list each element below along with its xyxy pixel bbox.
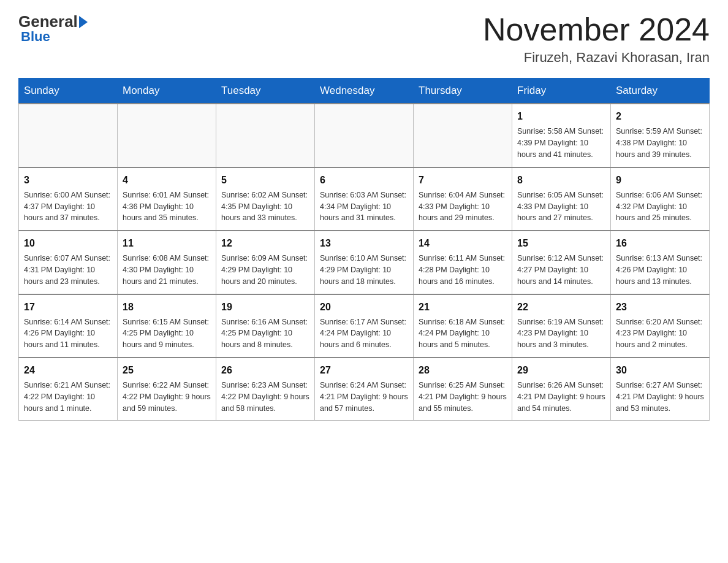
week-row: 24Sunrise: 6:21 AM Sunset: 4:22 PM Dayli… [19, 358, 710, 421]
day-number: 6 [320, 173, 408, 187]
calendar-cell: 16Sunrise: 6:13 AM Sunset: 4:26 PM Dayli… [611, 231, 710, 294]
calendar-subtitle: Firuzeh, Razavi Khorasan, Iran [483, 50, 710, 66]
day-number: 2 [616, 109, 704, 123]
calendar-cell: 9Sunrise: 6:06 AM Sunset: 4:32 PM Daylig… [611, 167, 710, 231]
page-header: General Blue November 2024 Firuzeh, Raza… [18, 12, 710, 66]
day-of-week-header: Monday [118, 79, 216, 104]
calendar-cell: 15Sunrise: 6:12 AM Sunset: 4:27 PM Dayli… [512, 231, 611, 294]
day-of-week-header: Saturday [611, 79, 710, 104]
day-of-week-header: Wednesday [315, 79, 414, 104]
day-info: Sunrise: 6:02 AM Sunset: 4:35 PM Dayligh… [221, 190, 309, 224]
day-of-week-header: Tuesday [216, 79, 315, 104]
day-number: 11 [123, 236, 211, 250]
day-info: Sunrise: 6:05 AM Sunset: 4:33 PM Dayligh… [517, 190, 605, 224]
day-info: Sunrise: 6:16 AM Sunset: 4:25 PM Dayligh… [221, 316, 309, 351]
day-number: 16 [616, 236, 704, 250]
day-info: Sunrise: 6:08 AM Sunset: 4:30 PM Dayligh… [123, 253, 211, 287]
day-info: Sunrise: 6:22 AM Sunset: 4:22 PM Dayligh… [123, 380, 211, 414]
calendar-cell: 2Sunrise: 5:59 AM Sunset: 4:38 PM Daylig… [611, 104, 710, 167]
calendar-cell: 5Sunrise: 6:02 AM Sunset: 4:35 PM Daylig… [216, 167, 315, 231]
calendar-cell: 24Sunrise: 6:21 AM Sunset: 4:22 PM Dayli… [19, 358, 118, 421]
day-number: 15 [517, 236, 605, 250]
day-info: Sunrise: 6:21 AM Sunset: 4:22 PM Dayligh… [24, 380, 112, 414]
day-info: Sunrise: 6:12 AM Sunset: 4:27 PM Dayligh… [517, 253, 605, 287]
logo-blue: Blue [21, 29, 50, 45]
calendar-cell: 11Sunrise: 6:08 AM Sunset: 4:30 PM Dayli… [118, 231, 216, 294]
day-number: 24 [24, 363, 112, 377]
day-info: Sunrise: 6:19 AM Sunset: 4:23 PM Dayligh… [517, 316, 605, 351]
calendar-cell [216, 104, 315, 167]
calendar-cell: 27Sunrise: 6:24 AM Sunset: 4:21 PM Dayli… [315, 358, 414, 421]
calendar-cell [315, 104, 414, 167]
calendar-cell: 26Sunrise: 6:23 AM Sunset: 4:22 PM Dayli… [216, 358, 315, 421]
calendar-cell: 17Sunrise: 6:14 AM Sunset: 4:26 PM Dayli… [19, 294, 118, 358]
calendar-cell: 3Sunrise: 6:00 AM Sunset: 4:37 PM Daylig… [19, 167, 118, 231]
day-number: 7 [419, 173, 507, 187]
calendar-cell: 18Sunrise: 6:15 AM Sunset: 4:25 PM Dayli… [118, 294, 216, 358]
day-number: 13 [320, 236, 408, 250]
calendar-cell: 4Sunrise: 6:01 AM Sunset: 4:36 PM Daylig… [118, 167, 216, 231]
calendar-header-row: SundayMondayTuesdayWednesdayThursdayFrid… [19, 79, 710, 104]
day-info: Sunrise: 6:20 AM Sunset: 4:23 PM Dayligh… [616, 316, 704, 351]
calendar-cell: 29Sunrise: 6:26 AM Sunset: 4:21 PM Dayli… [512, 358, 611, 421]
day-number: 25 [123, 363, 211, 377]
day-number: 18 [123, 300, 211, 314]
day-info: Sunrise: 5:59 AM Sunset: 4:38 PM Dayligh… [616, 126, 704, 160]
day-info: Sunrise: 6:18 AM Sunset: 4:24 PM Dayligh… [419, 316, 507, 351]
day-number: 4 [123, 173, 211, 187]
day-number: 8 [517, 173, 605, 187]
day-info: Sunrise: 6:03 AM Sunset: 4:34 PM Dayligh… [320, 190, 408, 224]
calendar-cell: 23Sunrise: 6:20 AM Sunset: 4:23 PM Dayli… [611, 294, 710, 358]
day-number: 26 [221, 363, 309, 377]
logo-triangle-icon [79, 16, 88, 28]
calendar-title: November 2024 [483, 12, 710, 47]
day-number: 17 [24, 300, 112, 314]
day-info: Sunrise: 6:11 AM Sunset: 4:28 PM Dayligh… [419, 253, 507, 287]
day-info: Sunrise: 6:23 AM Sunset: 4:22 PM Dayligh… [221, 380, 309, 414]
calendar-cell: 8Sunrise: 6:05 AM Sunset: 4:33 PM Daylig… [512, 167, 611, 231]
day-of-week-header: Thursday [414, 79, 512, 104]
calendar-cell: 21Sunrise: 6:18 AM Sunset: 4:24 PM Dayli… [414, 294, 512, 358]
day-info: Sunrise: 6:00 AM Sunset: 4:37 PM Dayligh… [24, 190, 112, 224]
calendar-cell [118, 104, 216, 167]
calendar-cell: 28Sunrise: 6:25 AM Sunset: 4:21 PM Dayli… [414, 358, 512, 421]
day-info: Sunrise: 6:24 AM Sunset: 4:21 PM Dayligh… [320, 380, 408, 414]
day-number: 1 [517, 109, 605, 123]
day-number: 20 [320, 300, 408, 314]
calendar-cell [19, 104, 118, 167]
day-number: 10 [24, 236, 112, 250]
day-number: 14 [419, 236, 507, 250]
day-number: 3 [24, 173, 112, 187]
logo: General Blue [18, 12, 88, 45]
calendar-cell [414, 104, 512, 167]
day-info: Sunrise: 6:27 AM Sunset: 4:21 PM Dayligh… [616, 380, 704, 414]
calendar-cell: 7Sunrise: 6:04 AM Sunset: 4:33 PM Daylig… [414, 167, 512, 231]
calendar-cell: 13Sunrise: 6:10 AM Sunset: 4:29 PM Dayli… [315, 231, 414, 294]
day-info: Sunrise: 6:01 AM Sunset: 4:36 PM Dayligh… [123, 190, 211, 224]
day-info: Sunrise: 6:10 AM Sunset: 4:29 PM Dayligh… [320, 253, 408, 287]
calendar-cell: 20Sunrise: 6:17 AM Sunset: 4:24 PM Dayli… [315, 294, 414, 358]
week-row: 3Sunrise: 6:00 AM Sunset: 4:37 PM Daylig… [19, 167, 710, 231]
day-number: 30 [616, 363, 704, 377]
day-number: 27 [320, 363, 408, 377]
calendar-cell: 14Sunrise: 6:11 AM Sunset: 4:28 PM Dayli… [414, 231, 512, 294]
day-info: Sunrise: 6:26 AM Sunset: 4:21 PM Dayligh… [517, 380, 605, 414]
week-row: 17Sunrise: 6:14 AM Sunset: 4:26 PM Dayli… [19, 294, 710, 358]
calendar-table: SundayMondayTuesdayWednesdayThursdayFrid… [18, 78, 710, 421]
week-row: 1Sunrise: 5:58 AM Sunset: 4:39 PM Daylig… [19, 104, 710, 167]
day-info: Sunrise: 6:06 AM Sunset: 4:32 PM Dayligh… [616, 190, 704, 224]
day-info: Sunrise: 6:17 AM Sunset: 4:24 PM Dayligh… [320, 316, 408, 351]
day-number: 23 [616, 300, 704, 314]
day-of-week-header: Sunday [19, 79, 118, 104]
calendar-cell: 12Sunrise: 6:09 AM Sunset: 4:29 PM Dayli… [216, 231, 315, 294]
day-info: Sunrise: 6:07 AM Sunset: 4:31 PM Dayligh… [24, 253, 112, 287]
day-info: Sunrise: 6:13 AM Sunset: 4:26 PM Dayligh… [616, 253, 704, 287]
calendar-cell: 25Sunrise: 6:22 AM Sunset: 4:22 PM Dayli… [118, 358, 216, 421]
calendar-cell: 19Sunrise: 6:16 AM Sunset: 4:25 PM Dayli… [216, 294, 315, 358]
calendar-cell: 6Sunrise: 6:03 AM Sunset: 4:34 PM Daylig… [315, 167, 414, 231]
calendar-cell: 10Sunrise: 6:07 AM Sunset: 4:31 PM Dayli… [19, 231, 118, 294]
day-number: 21 [419, 300, 507, 314]
day-info: Sunrise: 6:09 AM Sunset: 4:29 PM Dayligh… [221, 253, 309, 287]
day-number: 9 [616, 173, 704, 187]
day-number: 19 [221, 300, 309, 314]
